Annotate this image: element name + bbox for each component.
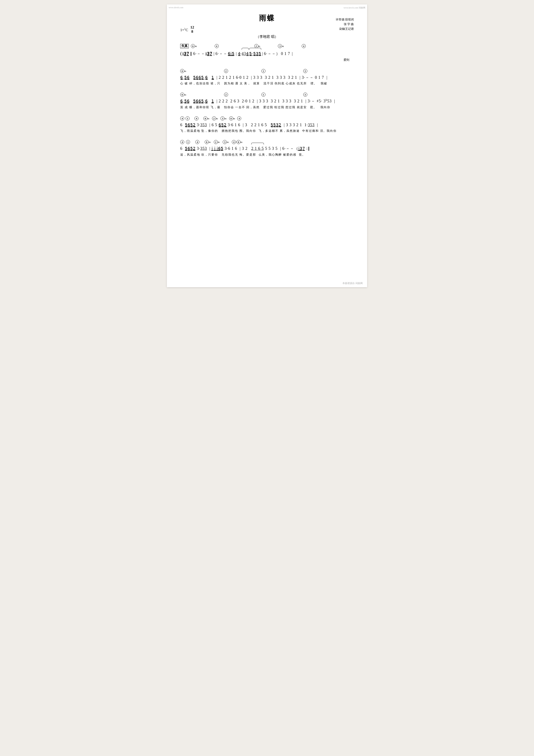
- credits: 许常德 琼瑶词 张 宇 曲 剁椒王记谱: [336, 17, 354, 31]
- chord-1-v2: 1: [262, 93, 266, 96]
- chord-4-2: 4: [302, 44, 306, 48]
- chorus2-lyrics: 追，风温柔地 吹，只要你 无怨我也无 悔。爱是那 么美，我心陶醉 被爱的感 觉。: [180, 153, 354, 157]
- chord-3m-c2: 3m: [223, 140, 229, 144]
- section-intro: 失真 6m 4 2m 3m 4 ( i3̲7̲ ‖ 6·－－ i3̲7̲ | 6…: [180, 44, 354, 62]
- chord-2-v1: 2: [224, 69, 228, 73]
- song-title: 雨蝶: [180, 14, 354, 23]
- chord-4c-c1: 4: [237, 117, 241, 121]
- transcriber-credit: 剁椒王记谱: [336, 27, 354, 31]
- chord-6m-v2: 6m: [180, 93, 186, 96]
- lyricist-credit: 许常德 琼瑶词: [336, 17, 354, 22]
- chorus2-notes: 6 5̲6̲5̲2̲ 3·353 | i̲ i̲ i̲6̲5̲ 3·6 1 6 …: [180, 145, 354, 152]
- chord-1-v1: 1: [262, 69, 266, 73]
- composer-credit: 张 宇 曲: [336, 22, 354, 27]
- intro-notes: ( i3̲7̲ ‖ 6·－－ i3̲7̲ | 6·－－ 6̲i̲5̲ | 4̲ …: [180, 49, 354, 58]
- chord-2-v2: 2: [224, 93, 228, 96]
- chord-3-v2: 3: [303, 93, 307, 96]
- section-verse2: 6m 2 1 3 6̲ 5̲6̲ 5̲6̲6̲5̲ 6̲ 1̲ | 2 2 2 …: [180, 92, 354, 109]
- chord-3m-1: 3m: [278, 44, 284, 48]
- chord-1-c2: 1: [186, 140, 190, 144]
- chord-3m-c1: 3m: [220, 117, 226, 121]
- watermark-top-right: www.ktvch.com 词曲网: [343, 6, 365, 9]
- performer: （李翊君 唱）: [180, 35, 354, 39]
- chord-6m-c1: 6m: [203, 117, 209, 121]
- chord-4b-c2: 4: [195, 140, 199, 144]
- chord-2m-c2: 2m: [214, 140, 220, 144]
- chord-4-c1: 4: [180, 117, 184, 121]
- chord-6m-c2: 6m: [205, 140, 211, 144]
- chord-2m-c1: 2m: [212, 117, 218, 121]
- chord-4-c2: 4: [180, 140, 184, 144]
- section-chorus2: 4 1 4 6m 2m 3m 4 / 6 m 6 5̲6̲5̲2̲ 3·353 …: [180, 140, 354, 156]
- chord-6m-v1: 6m: [180, 69, 186, 73]
- chord-3-v1: 3: [303, 69, 307, 73]
- intro-lyrics-aidao: 爱到: [343, 58, 354, 62]
- section-verse1: 6m 2 1 3 6̲ 5̲6̲ 5̲6̲6̲5̲ 6̲ 1̲ | 2 2 1 …: [180, 68, 354, 86]
- time-signature: 12 8: [190, 25, 194, 34]
- chord-6m2-c1: 6m: [229, 117, 235, 121]
- section-label-shizhen: 失真: [180, 44, 189, 48]
- chorus1-notes: 6 5̲6̲5̲2̲ 3·353 | 6 5 6̲5̲2̲ 3·6 1 6 | …: [180, 121, 354, 128]
- chord-2m-1: 2m: [254, 44, 260, 48]
- watermark-bottom: 本曲谱源自 词曲网: [343, 282, 363, 285]
- chord-6m-1: 6m: [191, 44, 197, 48]
- verse2-notes: 6̲ 5̲6̲ 5̲6̲6̲5̲ 6̲ 1̲ | 2 2 2 2 6 3 2·0…: [180, 97, 354, 105]
- verse2-lyrics: 茧 成 蝶，愿和你双 飞，最 怕你会 一去不 回，虽然 爱过我 给过我 想过我 …: [180, 105, 354, 109]
- chord-1-c1: 1: [186, 117, 190, 121]
- watermark-top-left: www.shvsh.com: [169, 6, 183, 9]
- key-label: 1=♭C: [180, 27, 188, 32]
- verse1-notes: 6̲ 5̲6̲ 5̲6̲6̲5̲ 6̲ 1̲ | 2 2 1 2 1 6·0 1…: [180, 74, 354, 81]
- page: www.shvsh.com www.ktvch.com 词曲网 雨蝶 许常德 琼…: [167, 5, 367, 287]
- section-chorus1: 4 1 4 6m 2m 3m 6m 4 6 5̲6̲5̲2̲ 3·353 | 6…: [180, 116, 354, 133]
- chord-4b-c1: 4: [194, 117, 198, 121]
- title-section: 雨蝶: [180, 14, 354, 23]
- chord-4-1: 4: [215, 44, 219, 48]
- chorus1-lyrics: 飞，雨温柔地 坠，像你的 拥抱把我包 围。我向你 飞，多远都不 累，虽然旅途 中…: [180, 129, 354, 133]
- verse1-lyrics: 心 破 碎，也别去怪 谁，只 因为相 遇 太 美， 就算 流干泪 伤到底 心成灰…: [180, 81, 354, 86]
- chord-46m-c2: 4 / 6 m: [232, 140, 242, 144]
